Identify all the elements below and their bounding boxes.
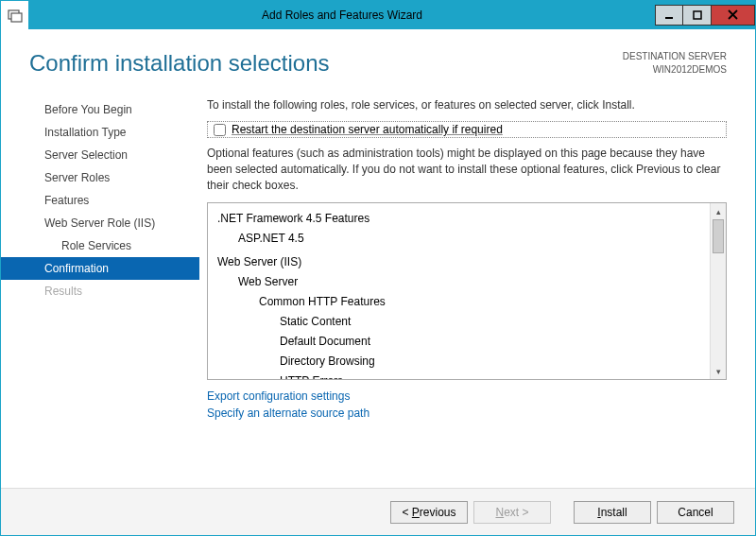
feature-item: Static Content [280, 312, 704, 332]
svg-rect-1 [11, 13, 22, 22]
wizard-footer: < Previous Next > Install Cancel [1, 488, 755, 535]
main-area: Before You Begin Installation Type Serve… [1, 91, 755, 488]
restart-label[interactable]: Restart the destination server automatic… [232, 123, 503, 136]
page-title: Confirm installation selections [29, 50, 623, 77]
window-controls [655, 6, 755, 26]
app-icon [1, 1, 29, 29]
feature-item: Web Server [238, 272, 704, 292]
feature-list[interactable]: .NET Framework 4.5 Features ASP.NET 4.5 … [208, 203, 710, 379]
maximize-button[interactable] [683, 5, 712, 26]
next-button: Next > [473, 501, 551, 524]
titlebar: Add Roles and Features Wizard [1, 1, 755, 29]
export-config-link[interactable]: Export configuration settings [207, 388, 727, 405]
step-features[interactable]: Features [1, 189, 199, 212]
svg-rect-3 [694, 11, 701, 19]
scroll-down-icon[interactable]: ▾ [711, 363, 726, 379]
wizard-window: Add Roles and Features Wizard Confirm in… [0, 0, 756, 536]
scrollbar[interactable]: ▴ ▾ [710, 203, 726, 379]
feature-item: .NET Framework 4.5 Features [217, 209, 704, 229]
feature-item: Directory Browsing [280, 352, 704, 372]
minimize-button[interactable] [655, 5, 683, 26]
destination-value: WIN2012DEMOS [623, 63, 727, 77]
content-panel: To install the following roles, role ser… [199, 91, 755, 488]
step-server-roles[interactable]: Server Roles [1, 166, 199, 189]
feature-item: Common HTTP Features [259, 292, 704, 312]
feature-item: HTTP Errors [280, 372, 704, 379]
destination-info: DESTINATION SERVER WIN2012DEMOS [623, 50, 727, 77]
window-title: Add Roles and Features Wizard [29, 9, 655, 22]
wizard-body: Confirm installation selections DESTINAT… [1, 29, 755, 535]
feature-list-box: .NET Framework 4.5 Features ASP.NET 4.5 … [207, 202, 727, 380]
destination-label: DESTINATION SERVER [623, 50, 727, 63]
page-header: Confirm installation selections DESTINAT… [1, 29, 755, 91]
alternate-source-link[interactable]: Specify an alternate source path [207, 405, 727, 422]
scroll-thumb[interactable] [713, 219, 724, 253]
install-button[interactable]: Install [574, 501, 651, 524]
step-web-server-role[interactable]: Web Server Role (IIS) [1, 212, 199, 234]
step-role-services[interactable]: Role Services [1, 234, 199, 257]
step-confirmation[interactable]: Confirmation [1, 257, 199, 280]
feature-item: Web Server (IIS) [217, 252, 704, 272]
step-results: Results [1, 280, 199, 303]
restart-option[interactable]: Restart the destination server automatic… [207, 121, 727, 138]
scroll-up-icon[interactable]: ▴ [711, 203, 726, 219]
previous-button[interactable]: < Previous [390, 501, 468, 524]
feature-item: Default Document [280, 332, 704, 352]
feature-item: ASP.NET 4.5 [238, 229, 704, 249]
close-button[interactable] [712, 5, 755, 26]
config-links: Export configuration settings Specify an… [207, 388, 727, 422]
install-instruction: To install the following roles, role ser… [207, 98, 727, 112]
step-sidebar: Before You Begin Installation Type Serve… [1, 91, 199, 488]
restart-checkbox[interactable] [214, 124, 226, 136]
cancel-button[interactable]: Cancel [657, 501, 734, 524]
step-before-you-begin[interactable]: Before You Begin [1, 98, 199, 121]
optional-note: Optional features (such as administratio… [207, 146, 727, 193]
step-installation-type[interactable]: Installation Type [1, 121, 199, 144]
step-server-selection[interactable]: Server Selection [1, 144, 199, 166]
